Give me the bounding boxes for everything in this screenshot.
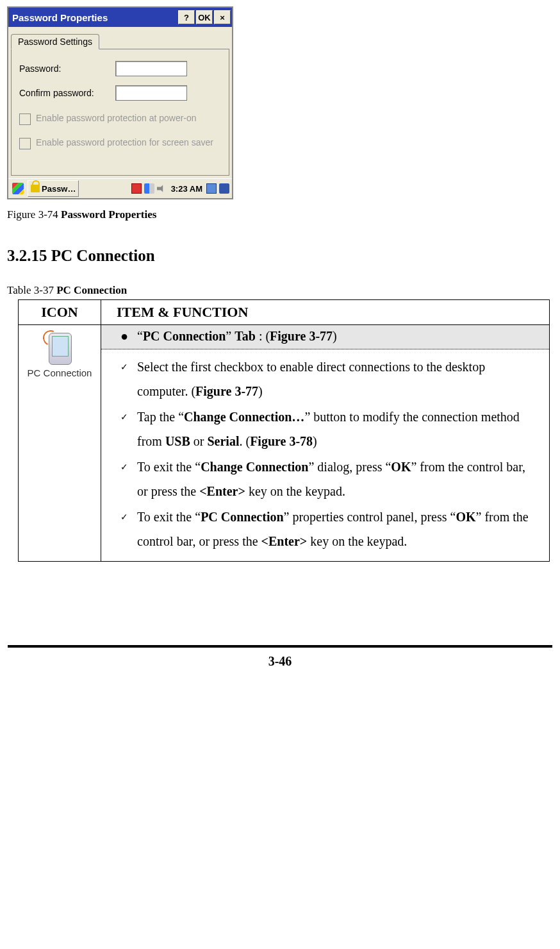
col-header-item: ITEM & FUNCTION [101,300,550,325]
start-button[interactable] [10,181,26,196]
check-icon: ✓ [120,405,137,453]
tab-password-settings[interactable]: Password Settings [11,34,99,49]
icon-label: PC Connection [21,367,98,378]
windows-flag-icon [12,183,24,194]
password-properties-dialog: Password Properties ? OK × Password Sett… [7,6,233,199]
clock: 3:23 AM [171,184,202,194]
check-icon: ✓ [120,455,137,503]
checkbox-poweron-label: Enable password protection at power-on [36,112,197,124]
ok-button[interactable]: OK [196,10,213,24]
system-tray: 3:23 AM [130,183,231,194]
table-caption: Table 3-37 PC Connection [7,284,554,297]
checkbox-poweron-row: Enable password protection at power-on [19,112,221,125]
list-item-text: Select the first checkbox to enable dire… [137,355,539,403]
dialog-titlebar: Password Properties ? OK × [8,8,232,27]
checkbox-poweron[interactable] [19,113,31,125]
pc-connection-icon [47,332,72,365]
dialog-title: Password Properties [12,12,178,23]
password-input[interactable] [115,61,187,76]
tray-battery-icon[interactable] [206,183,217,194]
tab-header-row: ● “PC Connection” Tab : (Figure 3-77) [101,325,549,349]
check-icon: ✓ [120,505,137,553]
password-label: Password: [19,63,115,74]
confirm-password-input[interactable] [115,85,187,101]
col-header-icon: ICON [19,300,101,325]
list-item: ✓To exit the “PC Connection” properties … [120,505,539,553]
section-heading: 3.2.15 PC Connection [7,247,554,265]
taskbar: Passw… 3:23 AM [8,178,232,198]
icon-cell: PC Connection [19,325,101,562]
taskbar-app-button[interactable]: Passw… [28,180,79,197]
checkbox-screensaver-row: Enable password protection for screen sa… [19,137,221,149]
list-item: ✓Select the first checkbox to enable dir… [120,355,539,403]
list-item: ✓To exit the “Change Connection” dialog,… [120,455,539,503]
list-item-text: Tap the “Change Connection…” button to m… [137,405,539,453]
lock-icon [31,185,40,192]
confirm-password-label: Confirm password: [19,88,115,98]
list-item: ✓Tap the “Change Connection…” button to … [120,405,539,453]
tray-network-icon[interactable] [144,183,154,194]
check-icon: ✓ [120,355,137,403]
tab-strip: Password Settings [8,27,232,49]
taskbar-app-label: Passw… [42,184,76,194]
list-item-text: To exit the “Change Connection” dialog, … [137,455,539,503]
table-caption-title: PC Connection [56,284,127,296]
function-table: ICON ITEM & FUNCTION PC Connection ● “PC… [18,299,550,562]
close-button[interactable]: × [214,10,231,24]
tray-volume-icon[interactable] [157,183,167,194]
figure-caption: Figure 3-74 Password Properties [7,208,554,221]
tray-status-icon[interactable] [131,183,142,194]
checkbox-screensaver-label: Enable password protection for screen sa… [36,137,213,148]
table-caption-prefix: Table 3-37 [7,284,56,296]
help-button[interactable]: ? [178,10,195,24]
checkbox-screensaver[interactable] [19,138,31,149]
tray-desktop-icon[interactable] [219,183,229,194]
footer-rule [8,645,552,648]
bullet-icon: ● [120,329,137,344]
items-body: ✓Select the first checkbox to enable dir… [101,349,549,561]
tab-body: Password: Confirm password: Enable passw… [11,49,229,176]
figure-caption-title: Password Properties [61,208,156,221]
page-number: 3-46 [0,654,560,669]
tab-line-text: “PC Connection” Tab : (Figure 3-77) [137,329,337,344]
figure-caption-prefix: Figure 3-74 [7,208,61,221]
list-item-text: To exit the “PC Connection” properties c… [137,505,539,553]
